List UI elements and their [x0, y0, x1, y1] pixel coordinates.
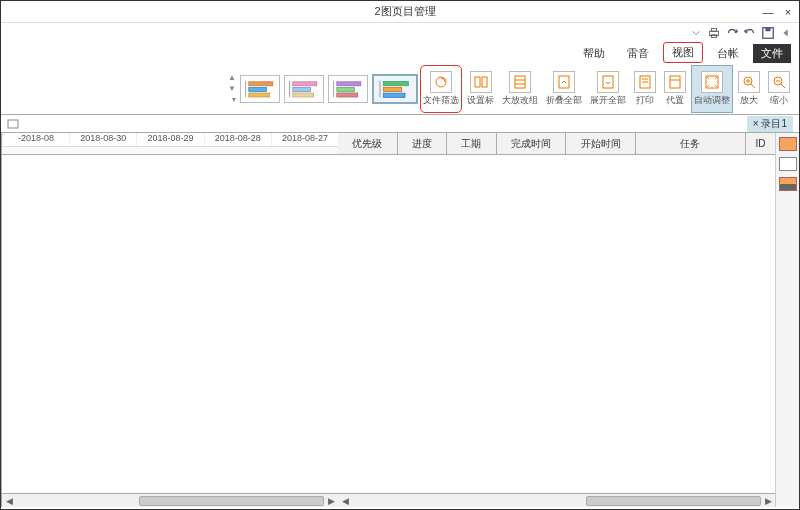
task-table-pane: ID 任务 开始时间 完成时间 工期 进度 优先级 ▶ ◀: [338, 133, 775, 507]
gantt-hscroll[interactable]: ▶ ◀: [2, 493, 338, 507]
ribbon-tabs: 文件 台帐 视图 雷音 帮助: [1, 43, 799, 63]
sidebar-view-2[interactable]: [779, 157, 797, 171]
svg-rect-28: [383, 93, 405, 97]
timeline-header: 2018-08-27 2018-08-28 2018-08-29 2018-08…: [2, 133, 338, 147]
svg-line-6: [781, 84, 785, 88]
tab-audio[interactable]: 雷音: [619, 44, 657, 63]
style-opt-3[interactable]: [284, 75, 324, 103]
rb-zoomout[interactable]: 缩小: [765, 65, 793, 113]
gallery-more-icon[interactable]: ▾: [228, 95, 236, 104]
table-body[interactable]: [338, 155, 775, 493]
rb-zoomin[interactable]: 放大: [735, 65, 763, 113]
tab-file[interactable]: 文件: [753, 44, 791, 63]
redo-icon[interactable]: [725, 26, 739, 40]
svg-line-9: [751, 84, 755, 88]
rb-position[interactable]: 代置: [661, 65, 689, 113]
svg-rect-42: [8, 120, 18, 128]
undo-icon[interactable]: [743, 26, 757, 40]
rb-group-enlarge[interactable]: 大放改组: [499, 65, 541, 113]
sidebar-view-3[interactable]: [779, 177, 797, 191]
rb-autofit[interactable]: 自动调整: [691, 65, 733, 113]
save-icon[interactable]: [761, 26, 775, 40]
col-priority[interactable]: 优先级: [338, 133, 397, 154]
window-title: 2图页目管理: [47, 4, 763, 19]
svg-rect-40: [249, 93, 270, 97]
rb-collapseall[interactable]: 折叠全部: [543, 65, 585, 113]
print-icon[interactable]: [707, 26, 721, 40]
gantt-body[interactable]: [2, 155, 338, 493]
scroll-right-icon[interactable]: ▶: [324, 494, 338, 508]
quick-access-toolbar: [1, 23, 799, 43]
tab-ledger[interactable]: 台帐: [709, 44, 747, 63]
svg-rect-3: [711, 29, 716, 32]
col-task[interactable]: 任务: [635, 133, 745, 154]
document-tab[interactable]: 录目1 ×: [747, 116, 793, 132]
dropdown-icon[interactable]: [689, 26, 703, 40]
table-header: ID 任务 开始时间 完成时间 工期 进度 优先级: [338, 133, 775, 155]
svg-rect-18: [603, 76, 613, 88]
rb-set-marker[interactable]: 设置标: [464, 65, 497, 113]
close-button[interactable]: ×: [783, 7, 793, 17]
scroll-left-icon[interactable]: ◀: [2, 494, 16, 508]
svg-rect-19: [559, 76, 569, 88]
left-sidebar: [775, 133, 799, 507]
gallery-up-icon[interactable]: ▲: [228, 73, 236, 82]
col-end[interactable]: 完成时间: [496, 133, 566, 154]
svg-rect-23: [475, 77, 480, 87]
panel-toggle-icon[interactable]: [7, 118, 19, 130]
scroll-right-icon[interactable]: ▶: [761, 494, 775, 508]
svg-rect-38: [249, 81, 273, 85]
col-progress[interactable]: 进度: [397, 133, 446, 154]
style-opt-1[interactable]: [372, 74, 418, 104]
rb-print[interactable]: 打印: [631, 65, 659, 113]
svg-rect-35: [293, 87, 311, 91]
svg-rect-26: [383, 81, 408, 85]
svg-rect-31: [337, 87, 355, 91]
rb-file-filter[interactable]: 文件筛选: [420, 65, 462, 113]
svg-rect-34: [293, 81, 317, 85]
svg-rect-39: [249, 87, 267, 91]
col-start[interactable]: 开始时间: [565, 133, 635, 154]
sidebar-view-1[interactable]: [779, 137, 797, 151]
gallery-down-icon[interactable]: ▼: [228, 84, 236, 93]
tab-help[interactable]: 帮助: [575, 44, 613, 63]
style-opt-2[interactable]: [328, 75, 368, 103]
svg-rect-36: [293, 93, 314, 97]
style-gallery[interactable]: ▲ ▼ ▾: [225, 73, 418, 104]
tab-view[interactable]: 视图: [663, 42, 703, 63]
ribbon: 缩小 放大 自动调整 代置 打印 展开全部 折叠全部 大放改组 设置标 文件筛选…: [1, 63, 799, 115]
col-id[interactable]: ID: [745, 133, 775, 154]
svg-rect-32: [337, 93, 358, 97]
scroll-left-icon[interactable]: ◀: [338, 494, 352, 508]
svg-rect-13: [670, 76, 680, 88]
gantt-pane: 2018-08-27 2018-08-28 2018-08-29 2018-08…: [1, 133, 338, 507]
svg-rect-20: [515, 76, 525, 88]
minimize-button[interactable]: —: [763, 7, 773, 17]
col-duration[interactable]: 工期: [446, 133, 495, 154]
svg-rect-30: [337, 81, 361, 85]
svg-rect-1: [765, 28, 770, 32]
svg-rect-24: [482, 77, 487, 87]
style-opt-4[interactable]: [240, 75, 280, 103]
table-hscroll[interactable]: ▶ ◀: [338, 493, 775, 507]
svg-rect-27: [383, 87, 401, 91]
rb-expandall[interactable]: 展开全部: [587, 65, 629, 113]
back-icon[interactable]: [779, 26, 793, 40]
